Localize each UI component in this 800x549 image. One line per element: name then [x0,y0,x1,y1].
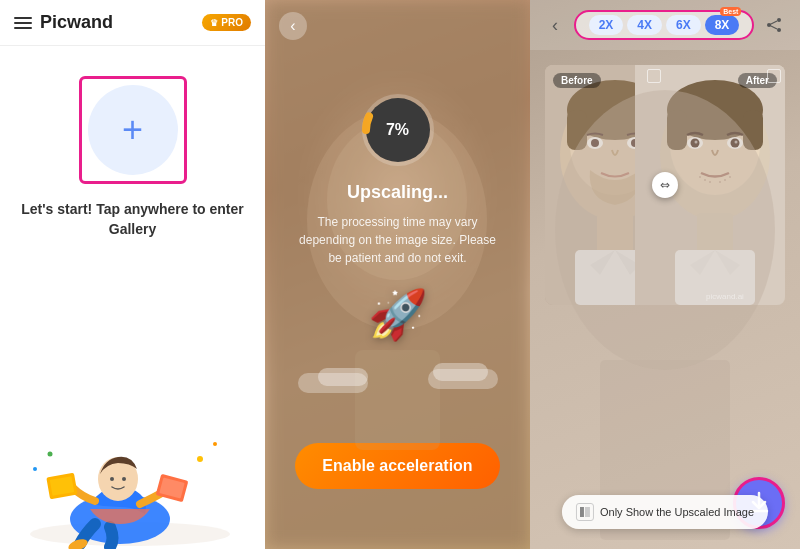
only-upscaled-button[interactable]: Only Show the Upscaled Image [562,495,768,529]
top-bar: Picwand PRO [0,0,265,46]
progress-ring: 7% [358,90,438,170]
upscaling-status: Upscaling... [347,182,448,203]
upscaling-description: The processing time may vary depending o… [265,203,530,277]
svg-point-4 [110,477,114,481]
scale-2x[interactable]: 2X [589,15,624,35]
svg-point-11 [213,442,217,446]
svg-point-20 [555,90,775,370]
scale-8x[interactable]: Best 8X [705,15,740,35]
cloud-right-big [428,369,498,389]
upscaling-panel: ‹ 7% Upscaling... The processing time ma… [265,0,530,549]
svg-point-23 [777,28,781,32]
svg-line-26 [769,25,777,29]
illustration-svg [0,379,265,549]
best-tag: Best [720,7,741,16]
result-panel: ‹ 2X 4X 6X Best 8X Before [530,0,800,549]
result-top-bar: ‹ 2X 4X 6X Best 8X [530,0,800,50]
upscaling-overlay: 7% Upscaling... The processing time may … [265,0,530,549]
svg-point-12 [48,452,53,457]
share-button[interactable] [760,11,788,39]
pro-label: PRO [221,17,243,28]
compare-divider[interactable]: ⇔ [652,172,678,198]
add-image-button[interactable]: + [88,85,178,175]
rocket-icon: 🚀 [368,287,428,343]
result-back-button[interactable]: ‹ [542,12,568,38]
scale-4x[interactable]: 4X [627,15,662,35]
svg-point-13 [33,467,37,471]
scale-6x[interactable]: 6X [666,15,701,35]
svg-rect-60 [585,507,590,517]
watermark: picwand.ai [706,292,744,301]
add-button-container[interactable]: + [79,76,187,184]
upscaling-back-button[interactable]: ‹ [279,12,307,40]
compare-icon-small [580,507,590,517]
share-icon [765,16,783,34]
svg-rect-59 [580,507,584,517]
home-subtitle: Let's start! Tap anywhere to enter Galle… [20,200,245,239]
svg-point-22 [777,18,781,22]
expand-icon-before [647,69,661,83]
checkbox-icon [576,503,594,521]
before-label: Before [553,73,601,88]
app-title: Picwand [40,12,194,33]
scale-options: 2X 4X 6X Best 8X [574,10,754,40]
menu-icon[interactable] [14,17,32,29]
svg-point-10 [197,456,203,462]
home-panel: Picwand PRO + Let's start! Tap anywhere … [0,0,265,549]
cloud-left-big [298,373,368,393]
expand-icon-after [767,69,781,83]
svg-point-5 [122,477,126,481]
progress-text: 7% [358,90,438,170]
svg-line-25 [769,21,777,25]
home-illustration [0,379,265,549]
clouds-area [298,353,498,393]
only-upscaled-label: Only Show the Upscaled Image [600,506,754,518]
plus-icon: + [122,112,143,148]
pro-badge[interactable]: PRO [202,14,251,31]
